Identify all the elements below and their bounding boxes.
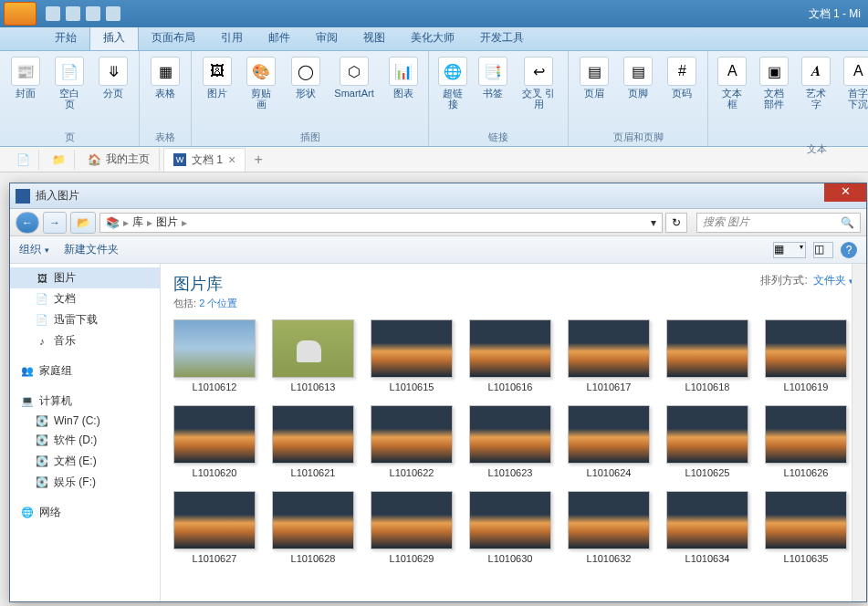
thumbnail-L1010621[interactable]: L1010621: [272, 405, 354, 478]
hf-button-1[interactable]: ▤页脚: [620, 55, 656, 100]
links-button-0[interactable]: 🌐超链接: [436, 55, 469, 111]
ribbon-tab-1[interactable]: 插入: [89, 25, 139, 50]
thumbnail-label: L1010623: [488, 467, 533, 478]
hf-button-0[interactable]: ▤页眉: [576, 55, 612, 100]
breadcrumb-dropdown-icon[interactable]: ▾: [651, 216, 656, 229]
thumbnail-L1010617[interactable]: L1010617: [568, 319, 650, 392]
thumbnail-image: [765, 405, 847, 464]
sidebar-item-家庭组[interactable]: 👥家庭组: [10, 360, 160, 381]
thumbnail-L1010612[interactable]: L1010612: [173, 319, 256, 392]
ribbon-tab-3[interactable]: 引用: [208, 26, 256, 50]
new-folder-button[interactable]: 新建文件夹: [64, 242, 119, 257]
illust-button-3[interactable]: ⬡SmartArt: [330, 55, 377, 100]
sidebar-item-Win7 (C:)[interactable]: 💽Win7 (C:): [10, 412, 160, 430]
ribbon-tab-5[interactable]: 审阅: [303, 26, 350, 50]
tab-new-doc[interactable]: 📄: [7, 150, 39, 170]
text-button-1[interactable]: ▣文档部件: [756, 55, 792, 111]
nav-refresh-button[interactable]: ↻: [665, 213, 687, 233]
sidebar-item-文档 (E:)[interactable]: 💽文档 (E:): [10, 451, 160, 472]
sidebar-item-网络[interactable]: 🌐网络: [10, 502, 160, 523]
ribbon-tab-7[interactable]: 美化大师: [398, 26, 467, 50]
thumbnail-L1010620[interactable]: L1010620: [173, 405, 256, 478]
scrollbar[interactable]: [852, 264, 866, 601]
add-tab-button[interactable]: +: [249, 152, 267, 168]
table-label-0: 表格: [155, 88, 175, 99]
nav-up-button[interactable]: 📂: [70, 212, 96, 234]
nav-back-button[interactable]: ←: [16, 212, 39, 234]
text-button-3[interactable]: A首字下沉: [840, 55, 868, 111]
qat-print-icon[interactable]: [106, 6, 120, 21]
thumbnail-L1010634[interactable]: L1010634: [666, 491, 748, 564]
search-icon: 🔍: [841, 216, 854, 229]
sort-control[interactable]: 排列方式: 文件夹: [760, 273, 853, 288]
ribbon-tab-4[interactable]: 邮件: [256, 26, 303, 50]
sidebar-item-软件 (D:)[interactable]: 💽软件 (D:): [10, 430, 160, 451]
organize-button[interactable]: 组织: [19, 242, 49, 257]
text-button-2[interactable]: 𝑨艺术字: [800, 55, 832, 111]
preview-pane-button[interactable]: ◫: [813, 242, 833, 258]
thumbnail-L1010615[interactable]: L1010615: [371, 319, 453, 392]
ribbon-tab-2[interactable]: 页面布局: [139, 26, 208, 50]
ribbon-tab-0[interactable]: 开始: [42, 26, 89, 50]
sort-value[interactable]: 文件夹: [813, 274, 853, 287]
thumbnail-L1010622[interactable]: L1010622: [371, 405, 453, 478]
qat-redo-icon[interactable]: [86, 6, 100, 21]
tab-close-button[interactable]: ×: [228, 152, 235, 167]
sidebar-item-迅雷下载[interactable]: 📄迅雷下载: [10, 309, 160, 330]
thumbnail-L1010627[interactable]: L1010627: [173, 491, 256, 564]
tab-folder[interactable]: 📁: [43, 150, 75, 170]
home-icon: 🏠: [88, 153, 100, 166]
ribbon-group-links: 🌐超链接📑书签↩交叉 引用 链接: [429, 51, 569, 146]
ribbon-tab-6[interactable]: 视图: [350, 26, 398, 50]
thumbnail-L1010613[interactable]: L1010613: [272, 319, 354, 392]
sidebar-item-图片[interactable]: 🖼图片: [10, 267, 160, 288]
thumbnail-label: L1010621: [291, 467, 336, 478]
thumbnail-L1010618[interactable]: L1010618: [666, 319, 748, 392]
thumbnail-L1010625[interactable]: L1010625: [666, 405, 748, 478]
thumbnail-image: [371, 491, 453, 549]
search-placeholder: 搜索 图片: [703, 214, 841, 230]
page-button-2[interactable]: ⤋分页: [95, 55, 131, 100]
hf-button-2[interactable]: #页码: [664, 55, 700, 100]
thumbnail-L1010626[interactable]: L1010626: [765, 405, 847, 478]
links-button-1[interactable]: 📑书签: [476, 55, 509, 100]
sidebar-item-文档[interactable]: 📄文档: [10, 288, 160, 309]
breadcrumb[interactable]: 📚 ▸ 库 ▸ 图片 ▸ ▾: [99, 213, 663, 233]
illust-button-4[interactable]: 📊图表: [385, 55, 422, 100]
library-locations-link[interactable]: 2 个位置: [199, 298, 237, 308]
search-input[interactable]: 搜索 图片 🔍: [696, 213, 861, 233]
nav-forward-button[interactable]: →: [43, 212, 67, 234]
illust-button-1[interactable]: 🎨剪贴画: [243, 55, 280, 111]
sidebar-item-音乐[interactable]: ♪音乐: [10, 330, 160, 351]
page-button-1[interactable]: 📄空白页: [51, 55, 89, 111]
help-button[interactable]: ?: [841, 242, 857, 258]
bc-item-0[interactable]: 库: [132, 214, 143, 230]
thumbnail-L1010619[interactable]: L1010619: [765, 319, 847, 392]
page-button-0[interactable]: 📰封面: [7, 55, 44, 100]
thumbnail-L1010630[interactable]: L1010630: [469, 491, 551, 564]
thumbnail-L1010635[interactable]: L1010635: [765, 491, 847, 564]
ribbon-tab-8[interactable]: 开发工具: [467, 26, 537, 50]
tab-doc1[interactable]: W 文档 1 ×: [163, 148, 246, 172]
links-button-2[interactable]: ↩交叉 引用: [517, 55, 560, 111]
table-button-0[interactable]: ▦表格: [147, 55, 183, 100]
sidebar-item-娱乐 (F:)[interactable]: 💽娱乐 (F:): [10, 472, 160, 493]
thumbnail-L1010628[interactable]: L1010628: [272, 491, 354, 564]
office-button[interactable]: [4, 2, 37, 26]
sidebar-item-计算机[interactable]: 💻计算机: [10, 391, 160, 412]
view-mode-button[interactable]: ▦▾: [773, 242, 806, 258]
illust-button-2[interactable]: ◯形状: [288, 55, 324, 100]
qat-save-icon[interactable]: [46, 6, 60, 21]
thumbnail-L1010623[interactable]: L1010623: [469, 405, 551, 478]
illust-button-0[interactable]: 🖼图片: [199, 55, 235, 100]
thumbnail-L1010629[interactable]: L1010629: [371, 491, 453, 564]
qat-undo-icon[interactable]: [66, 6, 80, 21]
bc-item-1[interactable]: 图片: [156, 214, 178, 230]
dialog-close-button[interactable]: ✕: [824, 183, 866, 202]
thumbnail-L1010616[interactable]: L1010616: [469, 319, 551, 392]
text-button-0[interactable]: A文本框: [716, 55, 748, 111]
thumbnail-L1010624[interactable]: L1010624: [568, 405, 650, 478]
tab-home[interactable]: 🏠 我的主页: [78, 148, 160, 171]
thumbnail-L1010632[interactable]: L1010632: [568, 491, 650, 564]
thumbnail-label: L1010615: [390, 381, 434, 392]
